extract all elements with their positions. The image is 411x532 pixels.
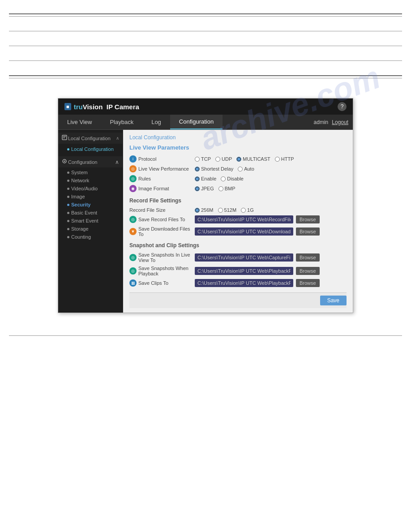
main-content: Local Configuration ∧ Local Configuratio… <box>58 130 353 313</box>
local-config-header[interactable]: Local Configuration ∧ <box>58 133 123 144</box>
save-clips-label: ▦ Save Clips To <box>129 279 192 287</box>
performance-shortest[interactable]: Shortest Delay <box>195 166 233 172</box>
tab-playback[interactable]: Playback <box>101 115 142 129</box>
sidebar-item-counting[interactable]: Counting <box>58 233 123 241</box>
storage-label: Storage <box>71 226 89 232</box>
sidebar-item-security[interactable]: Security <box>58 201 123 209</box>
save-clips-path-row: Browse <box>195 279 320 287</box>
config-section-label: Configuration <box>68 159 115 165</box>
smart-event-label: Smart Event <box>71 218 98 223</box>
config-section: Configuration ∧ System Network <box>58 156 123 242</box>
record-size-1g-radio[interactable] <box>241 208 246 213</box>
security-dot <box>67 204 69 206</box>
save-snapshots-playback-browse-btn[interactable]: Browse <box>296 267 320 275</box>
protocol-icon: i <box>129 155 137 163</box>
performance-row: ◎ Live View Performance Shortest Delay A… <box>129 165 347 172</box>
tab-live-view[interactable]: Live View <box>58 115 101 129</box>
rule-3 <box>9 31 402 31</box>
local-config-chevron: ∧ <box>116 136 119 141</box>
breadcrumb: Local Configuration <box>129 134 347 141</box>
sidebar-item-smart-event[interactable]: Smart Event <box>58 217 123 225</box>
record-size-512[interactable]: 512M <box>218 207 237 213</box>
protocol-multicast[interactable]: MULTICAST <box>236 156 270 162</box>
rules-enable[interactable]: Enable <box>195 176 216 181</box>
save-record-files-row: ◎ Save Record Files To Browse <box>129 215 347 223</box>
help-button[interactable]: ? <box>338 102 347 111</box>
save-snapshots-live-path-input[interactable] <box>195 253 293 262</box>
tab-log[interactable]: Log <box>142 115 170 129</box>
local-config-section: Local Configuration ∧ Local Configuratio… <box>58 133 123 154</box>
sidebar: Local Configuration ∧ Local Configuratio… <box>58 130 123 313</box>
rules-radio-group: Enable Disable <box>195 176 244 181</box>
save-record-files-path-input[interactable] <box>195 215 293 223</box>
protocol-udp[interactable]: UDP <box>215 156 232 162</box>
save-snapshots-playback-label-text: Save Snapshots When Playback <box>138 266 192 276</box>
image-format-radio-group: JPEG BMP <box>195 186 235 191</box>
image-format-jpeg-radio[interactable] <box>195 186 200 191</box>
rules-enable-radio[interactable] <box>195 176 200 181</box>
protocol-tcp-radio[interactable] <box>195 157 200 162</box>
svg-rect-1 <box>63 136 66 137</box>
sidebar-item-local-config[interactable]: Local Configuration <box>58 145 123 154</box>
sidebar-item-network[interactable]: Network <box>58 176 123 184</box>
tab-configuration[interactable]: Configuration <box>170 115 223 129</box>
save-snapshots-live-browse-btn[interactable]: Browse <box>296 253 320 262</box>
sidebar-item-image[interactable]: Image <box>58 193 123 201</box>
local-config-icon <box>62 135 67 142</box>
nav-logout[interactable]: Logout <box>332 119 348 125</box>
sidebar-item-storage[interactable]: Storage <box>58 225 123 233</box>
save-downloaded-files-path-input[interactable] <box>195 227 293 236</box>
image-format-jpeg[interactable]: JPEG <box>195 186 214 191</box>
save-button[interactable]: Save <box>320 296 347 305</box>
record-size-1g[interactable]: 1G <box>241 207 254 213</box>
record-size-256[interactable]: 256M <box>195 207 214 213</box>
record-size-256-radio[interactable] <box>195 208 200 213</box>
protocol-multicast-radio[interactable] <box>236 157 241 162</box>
sidebar-item-basic-event[interactable]: Basic Event <box>58 209 123 217</box>
performance-shortest-radio[interactable] <box>195 167 200 172</box>
protocol-http-radio[interactable] <box>275 157 280 162</box>
protocol-http[interactable]: HTTP <box>275 156 294 162</box>
save-snapshots-playback-icon: ◎ <box>129 267 137 275</box>
image-format-bmp[interactable]: BMP <box>218 186 235 191</box>
save-snapshots-live-path-row: Browse <box>195 253 320 262</box>
performance-auto[interactable]: Auto <box>238 166 254 172</box>
local-config-items: Local Configuration <box>58 144 123 154</box>
record-size-512-radio[interactable] <box>218 208 223 213</box>
local-config-dot <box>67 148 69 150</box>
image-format-bmp-radio[interactable] <box>218 186 223 191</box>
video-audio-dot <box>67 188 69 190</box>
rules-label: ◎ Rules <box>129 175 192 182</box>
protocol-udp-radio[interactable] <box>215 157 220 162</box>
top-rules-area <box>0 0 411 85</box>
performance-shortest-label: Shortest Delay <box>201 166 233 172</box>
save-downloaded-files-browse-btn[interactable]: Browse <box>296 227 320 236</box>
svg-point-4 <box>64 161 65 162</box>
smart-event-dot <box>67 220 69 222</box>
save-clips-path-input[interactable] <box>195 279 293 287</box>
record-size-256-label: 256M <box>201 207 214 213</box>
config-section-header[interactable]: Configuration ∧ <box>58 156 123 167</box>
protocol-udp-label: UDP <box>222 156 232 162</box>
save-snapshots-playback-path-input[interactable] <box>195 267 293 275</box>
rules-disable-radio[interactable] <box>221 176 226 181</box>
record-file-size-row: Record File Size 256M 512M <box>129 207 347 213</box>
protocol-tcp[interactable]: TCP <box>195 156 211 162</box>
performance-auto-radio[interactable] <box>238 167 243 172</box>
sidebar-item-system[interactable]: System <box>58 168 123 176</box>
basic-event-dot <box>67 212 69 214</box>
app-name: IP Camera <box>107 103 139 111</box>
nav-user: admin <box>314 119 329 125</box>
storage-dot <box>67 228 69 230</box>
app-title: ■ truVision IP Camera <box>64 103 139 111</box>
save-clips-browse-btn[interactable]: Browse <box>296 279 320 287</box>
sidebar-item-video-audio[interactable]: Video/Audio <box>58 184 123 193</box>
rules-disable-label: Disable <box>227 176 244 181</box>
save-record-files-browse-btn[interactable]: Browse <box>296 215 320 223</box>
performance-icon: ◎ <box>129 165 137 172</box>
record-file-size-radio-group: 256M 512M 1G <box>195 207 254 213</box>
bottom-rules-area <box>0 326 411 356</box>
rules-disable[interactable]: Disable <box>221 176 244 181</box>
protocol-row: i Protocol TCP UDP <box>129 155 347 163</box>
save-record-files-path-row: Browse <box>195 215 320 223</box>
